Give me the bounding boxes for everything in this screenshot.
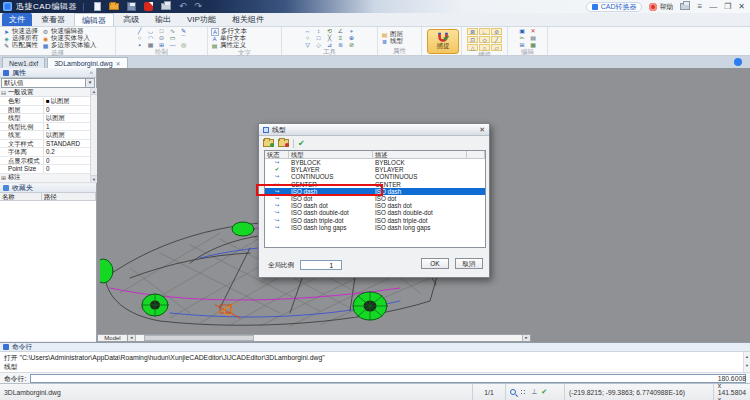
tab-viewer[interactable]: 查看器	[34, 13, 72, 26]
col-description[interactable]: 描述	[373, 151, 467, 158]
property-grid-scrollbar[interactable]: ▲ ▼	[90, 88, 97, 182]
draw-tool-icon[interactable]: ▭	[168, 35, 178, 41]
tab-file[interactable]: 文件	[2, 13, 32, 26]
tree-collapse-icon[interactable]: ⊟	[1, 89, 6, 96]
paste-icon[interactable]: ▤	[528, 35, 538, 41]
osnap-mode-icon[interactable]: ▱	[491, 44, 502, 51]
cancel-button[interactable]: 取消	[455, 258, 483, 269]
open-file-icon[interactable]	[109, 3, 119, 10]
scroll-right-icon[interactable]: ▸	[522, 335, 530, 341]
draw-tool-icon[interactable]: ✎	[179, 28, 189, 34]
horizontal-scrollbar[interactable]	[136, 335, 522, 341]
tab-editor[interactable]: 编辑器	[74, 13, 114, 26]
snap-status-check-icon[interactable]: ✔	[541, 388, 547, 396]
scrollbar-thumb[interactable]	[144, 335, 254, 341]
linetype-row[interactable]: ↪ISO dash triple-dotISO dash triple-dot	[265, 217, 485, 224]
osnap-mode-icon[interactable]: ⊡	[467, 36, 478, 43]
attribute-define-button[interactable]: ▤属性定义	[211, 42, 247, 49]
polygon-entity-input-button[interactable]: ▦多边形实体输入	[42, 42, 97, 49]
tool-icon[interactable]: ⊕	[347, 35, 357, 41]
tree-expand-icon[interactable]: ⊞	[1, 174, 6, 181]
osnap-mode-icon[interactable]: △	[467, 44, 478, 51]
ok-button[interactable]: OK	[421, 258, 449, 269]
preset-dropdown[interactable]: 默认值 ▼	[1, 78, 95, 88]
tab-output[interactable]: 输出	[148, 13, 178, 26]
favorites-list[interactable]	[0, 201, 96, 341]
linetype-row[interactable]: ↪ISO dash dotISO dash dot	[265, 202, 485, 209]
tab-advanced[interactable]: 高级	[116, 13, 146, 26]
osnap-mode-icon[interactable]: ○	[479, 44, 490, 51]
property-row[interactable]: 线型比例1	[0, 123, 97, 132]
global-scale-input[interactable]	[300, 260, 342, 270]
col-linetype[interactable]: 线型	[289, 151, 373, 158]
osnap-mode-icon[interactable]: ⊘	[491, 28, 502, 35]
osnap-mode-icon[interactable]: ∟	[479, 28, 490, 35]
tool-icon[interactable]: □	[314, 35, 324, 41]
osnap-mode-icon[interactable]: ╱	[491, 36, 502, 43]
draw-tool-icon[interactable]: □	[157, 28, 167, 34]
load-linetype-icon[interactable]	[263, 139, 274, 147]
titlebar-print-icon[interactable]	[680, 3, 690, 10]
cad-converter-button[interactable]: CAD转换器	[586, 2, 643, 12]
tab-components[interactable]: 相关组件	[225, 13, 271, 26]
tool-icon[interactable]: ↕	[314, 28, 324, 34]
draw-tool-icon[interactable]: ╱	[135, 28, 145, 34]
draw-tool-icon[interactable]: ○	[135, 35, 145, 41]
snap-toggle-button[interactable]: 捕捉	[427, 29, 459, 54]
property-row[interactable]: 色彩■以图层	[0, 97, 97, 106]
minimize-button[interactable]: —	[709, 2, 717, 12]
property-group-dimension[interactable]: ⊞ 标注	[0, 174, 97, 183]
linetype-row[interactable]: ↪ISO dash long gapsISO dash long gaps	[265, 224, 485, 231]
draw-tool-icon[interactable]: ⌒	[179, 35, 189, 41]
tool-icon[interactable]: ⟲	[325, 28, 335, 34]
linetype-row[interactable]: ↪ISO dash double-dotISO dash double-dot	[265, 209, 485, 216]
tab-vip[interactable]: VIP功能	[180, 13, 223, 26]
tool-icon[interactable]: ∠	[336, 28, 346, 34]
save-icon[interactable]	[127, 2, 136, 11]
command-log-scrollbar[interactable]: ▲▼	[743, 352, 750, 372]
menu-icon[interactable]: ≡	[697, 2, 702, 12]
match-properties-button[interactable]: ✎匹配属性	[3, 42, 38, 49]
doc-tab-new1[interactable]: New1.dxf	[2, 57, 45, 68]
model-tab[interactable]: Model	[98, 335, 128, 341]
close-button[interactable]: ✕	[738, 2, 745, 12]
command-panel-header[interactable]: 命令行	[0, 343, 750, 352]
property-group-general[interactable]: ⊟ 一般设置	[0, 88, 97, 97]
tool-icon[interactable]: ⌖	[347, 28, 357, 34]
ortho-icon[interactable]: ⊥	[531, 388, 537, 396]
export-pdf-icon[interactable]	[144, 2, 153, 11]
draw-tool-icon[interactable]: ∿	[168, 28, 178, 34]
zoom-icon[interactable]	[510, 389, 516, 395]
linetype-row[interactable]: ✔BYLAYERBYLAYER	[265, 166, 485, 173]
property-row[interactable]: 字体高0.2	[0, 148, 97, 157]
dialog-titlebar[interactable]: 线型 ✕	[259, 124, 489, 136]
osnap-mode-icon[interactable]: ◇	[479, 36, 490, 43]
linetype-button[interactable]: ≣线型	[381, 38, 403, 45]
scroll-left-icon[interactable]: ◂	[128, 335, 136, 341]
favorites-col-name[interactable]: 名称	[0, 193, 42, 200]
property-row[interactable]: 线宽以图层	[0, 131, 97, 140]
tool-icon[interactable]: ╳	[325, 35, 335, 41]
help-button[interactable]: 帮助	[649, 2, 673, 12]
command-input[interactable]	[30, 374, 746, 383]
delete-linetype-icon[interactable]	[278, 139, 289, 147]
linetype-row[interactable]: ↪CONTINUOUSCONTINUOUS	[265, 173, 485, 180]
restore-button[interactable]: ❐	[724, 2, 731, 12]
new-file-icon[interactable]	[94, 2, 101, 11]
tab-close-icon[interactable]: ✕	[116, 60, 121, 67]
col-status[interactable]: 状态	[265, 151, 289, 158]
command-log[interactable]: 打开 "C:\Users\Administrator\AppData\Roami…	[0, 352, 750, 372]
grid-icon[interactable]	[520, 389, 527, 396]
panel-collapse-icon[interactable]: ˄	[89, 70, 93, 76]
property-row[interactable]: 线型以图层	[0, 114, 97, 123]
tool-icon[interactable]: ≡	[336, 35, 346, 41]
draw-tool-icon[interactable]: ⊙	[157, 35, 167, 41]
linetype-row[interactable]: ↪ISO dotISO dot	[265, 195, 485, 202]
copy-icon[interactable]: ▣	[517, 28, 527, 34]
apply-linetype-icon[interactable]: ✔	[298, 139, 305, 148]
tool-icon[interactable]: ○	[303, 35, 313, 41]
property-row[interactable]: 图层0	[0, 106, 97, 115]
print-icon[interactable]	[161, 3, 171, 10]
dropdown-arrow-icon[interactable]: ▼	[85, 79, 94, 87]
dialog-close-icon[interactable]: ✕	[479, 126, 485, 134]
